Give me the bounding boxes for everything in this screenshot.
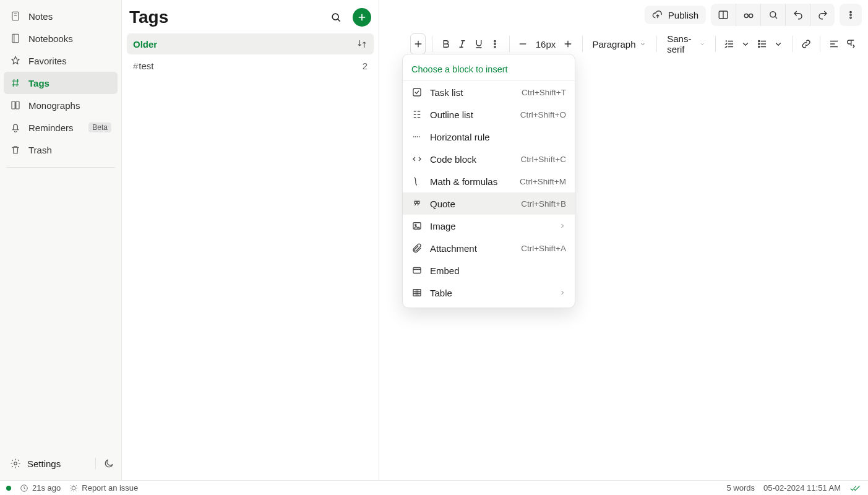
tag-name: test bbox=[139, 61, 153, 71]
svg-point-13 bbox=[494, 40, 496, 41]
split-view-button[interactable] bbox=[711, 4, 736, 26]
clock-icon bbox=[20, 484, 28, 493]
dropdown-item-shortcut: Ctrl+Shift+M bbox=[520, 177, 566, 186]
sidebar-item-favorites[interactable]: Favorites bbox=[4, 50, 118, 72]
svg-point-15 bbox=[494, 46, 496, 47]
undo-button[interactable] bbox=[785, 4, 810, 26]
dropdown-item-hrule[interactable]: Horizontal rule bbox=[403, 126, 575, 148]
word-count: 5 words bbox=[726, 483, 755, 493]
insert-block-button[interactable] bbox=[410, 33, 426, 54]
sidebar-item-label: Trash bbox=[28, 145, 111, 155]
toolbar-separator bbox=[582, 36, 583, 52]
block-style-dropdown[interactable]: Paragraph bbox=[588, 39, 650, 50]
report-issue-label: Report an issue bbox=[82, 483, 138, 493]
toolbar-separator bbox=[792, 36, 793, 52]
settings-label: Settings bbox=[27, 458, 61, 469]
focus-mode-button[interactable] bbox=[736, 4, 760, 26]
bell-icon bbox=[10, 122, 21, 133]
cloud-upload-icon bbox=[652, 9, 663, 20]
theme-toggle[interactable] bbox=[95, 458, 115, 469]
dropdown-item-image[interactable]: Image bbox=[403, 215, 575, 237]
svg-rect-19 bbox=[413, 88, 421, 96]
sidebar: Notes Notebooks Favorites Tags Monograph… bbox=[0, 0, 122, 480]
plus-icon bbox=[562, 38, 574, 50]
sidebar-item-notes[interactable]: Notes bbox=[4, 5, 118, 27]
svg-point-11 bbox=[850, 14, 851, 15]
star-icon bbox=[10, 55, 21, 66]
sidebar-item-monographs[interactable]: Monographs bbox=[4, 94, 118, 116]
dropdown-header: Choose a block to insert bbox=[403, 58, 575, 81]
redo-button[interactable] bbox=[810, 4, 835, 26]
bug-icon bbox=[69, 484, 78, 493]
svg-point-12 bbox=[850, 17, 851, 18]
sync-status[interactable]: 21s ago bbox=[20, 483, 61, 493]
dropdown-item-label: Code block bbox=[430, 154, 513, 165]
sidebar-item-label: Monographs bbox=[28, 100, 111, 111]
attachment-icon bbox=[411, 243, 423, 254]
view-tools-group bbox=[711, 4, 835, 26]
dropdown-item-label: Horizontal rule bbox=[430, 132, 559, 142]
more-menu-button[interactable] bbox=[840, 4, 862, 26]
tags-group-older[interactable]: Older bbox=[127, 33, 374, 54]
sidebar-item-tags[interactable]: Tags bbox=[4, 72, 118, 94]
sidebar-nav: Notes Notebooks Favorites Tags Monograph… bbox=[4, 5, 118, 174]
find-button[interactable] bbox=[760, 4, 785, 26]
svg-point-18 bbox=[758, 46, 759, 47]
bullet-list-icon bbox=[757, 38, 768, 50]
sidebar-spacer bbox=[4, 174, 118, 450]
dropdown-item-math[interactable]: Math & formulas Ctrl+Shift+M bbox=[403, 170, 575, 192]
publish-label: Publish bbox=[668, 10, 698, 20]
dropdown-item-label: Quote bbox=[430, 199, 513, 209]
numbered-list-more-button[interactable] bbox=[738, 33, 753, 54]
dropdown-item-outline[interactable]: Outline list Ctrl+Shift+O bbox=[403, 103, 575, 126]
block-style-value: Paragraph bbox=[592, 39, 635, 50]
bullet-list-button[interactable] bbox=[754, 33, 769, 54]
font-family-dropdown[interactable]: Sans-serif bbox=[663, 33, 709, 54]
search-icon bbox=[768, 9, 779, 20]
settings-button[interactable]: Settings bbox=[6, 454, 90, 473]
monograph-icon bbox=[10, 100, 21, 111]
add-tag-button[interactable] bbox=[353, 8, 371, 27]
link-icon bbox=[801, 38, 812, 50]
sort-icon[interactable] bbox=[356, 38, 367, 50]
report-issue-button[interactable]: Report an issue bbox=[69, 483, 138, 493]
status-bar: 21s ago Report an issue 5 words 05-02-20… bbox=[0, 480, 868, 495]
outline-list-icon bbox=[411, 109, 423, 120]
font-size-decrease-button[interactable] bbox=[515, 33, 530, 54]
link-button[interactable] bbox=[799, 33, 814, 54]
horizontal-rule-icon bbox=[411, 131, 423, 142]
sidebar-item-label: Notes bbox=[28, 11, 111, 22]
tag-row[interactable]: # test 2 bbox=[127, 54, 374, 77]
quote-icon bbox=[411, 198, 423, 209]
dropdown-item-label: Table bbox=[430, 288, 551, 298]
numbered-list-button[interactable] bbox=[721, 33, 736, 54]
dropdown-item-embed[interactable]: Embed bbox=[403, 259, 575, 282]
sidebar-item-notebooks[interactable]: Notebooks bbox=[4, 27, 118, 50]
dropdown-item-table[interactable]: Table bbox=[403, 282, 575, 304]
dropdown-item-tasklist[interactable]: Task list Ctrl+Shift+T bbox=[403, 81, 575, 103]
dropdown-item-attachment[interactable]: Attachment Ctrl+Shift+A bbox=[403, 237, 575, 259]
align-button[interactable] bbox=[827, 33, 841, 54]
gear-icon bbox=[10, 458, 21, 469]
dropdown-item-shortcut: Ctrl+Shift+B bbox=[521, 199, 566, 209]
bold-button[interactable] bbox=[439, 33, 453, 54]
underline-button[interactable] bbox=[471, 33, 486, 54]
svg-point-4 bbox=[14, 462, 17, 465]
svg-rect-2 bbox=[12, 101, 15, 109]
formatting-toolbar: 16px Paragraph Sans-serif bbox=[405, 31, 863, 57]
beta-badge: Beta bbox=[88, 123, 111, 132]
dropdown-item-shortcut: Ctrl+Shift+A bbox=[521, 244, 566, 253]
italic-button[interactable] bbox=[455, 33, 470, 54]
toolbar-separator bbox=[715, 36, 716, 52]
dropdown-item-codeblock[interactable]: Code block Ctrl+Shift+C bbox=[403, 148, 575, 170]
text-direction-button[interactable] bbox=[843, 33, 858, 54]
dropdown-item-quote[interactable]: Quote Ctrl+Shift+B bbox=[403, 192, 575, 215]
more-format-button[interactable] bbox=[488, 33, 502, 54]
sidebar-footer: Settings bbox=[4, 450, 118, 474]
bullet-list-more-button[interactable] bbox=[771, 33, 786, 54]
search-button[interactable] bbox=[327, 8, 345, 27]
sidebar-item-reminders[interactable]: Reminders Beta bbox=[4, 116, 118, 139]
publish-button[interactable]: Publish bbox=[645, 6, 706, 24]
font-size-increase-button[interactable] bbox=[561, 33, 575, 54]
sidebar-item-trash[interactable]: Trash bbox=[4, 139, 118, 161]
